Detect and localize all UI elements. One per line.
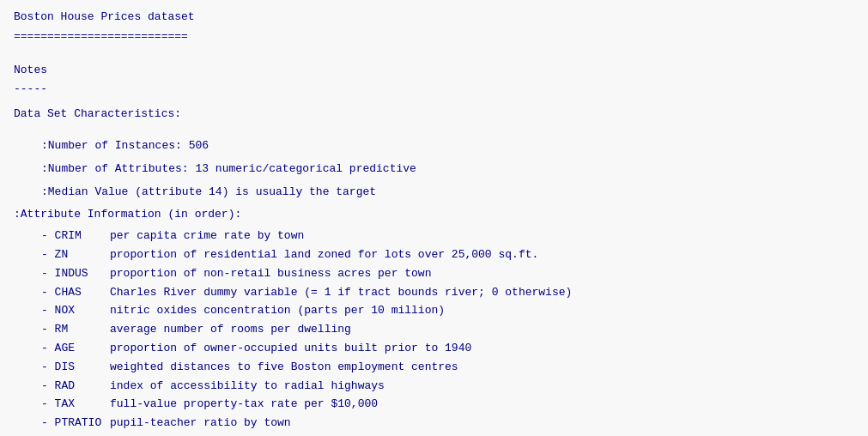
attribute-name: - DIS	[41, 359, 110, 377]
attribute-list: - CRIMper capita crime rate by town- ZNp…	[14, 227, 854, 436]
attribute-name: - RAD	[41, 378, 110, 396]
attribute-desc: full-value property-tax rate per $10,000	[110, 396, 378, 414]
attribute-desc: proportion of residential land zoned for…	[110, 246, 538, 264]
attribute-name: - RM	[41, 321, 110, 339]
dataset-characteristics: Data Set Characteristics:	[14, 106, 854, 124]
dataset-title: Boston House Prices dataset	[14, 9, 854, 27]
attribute-desc: proportion of owner-occupied units built…	[110, 340, 471, 358]
num-attributes: :Number of Attributes: 13 numeric/catego…	[14, 160, 854, 179]
attribute-name: - NOX	[41, 302, 110, 320]
attribute-desc: Charles River dummy variable (= 1 if tra…	[110, 284, 572, 302]
attribute-desc: index of accessibility to radial highway…	[110, 378, 385, 396]
attribute-desc: weighted distances to five Boston employ…	[110, 359, 458, 377]
attribute-row: - INDUSproportion of non-retail business…	[14, 265, 854, 283]
num-instances: :Number of Instances: 506	[14, 137, 854, 155]
attribute-row: - NOXnitric oxides concentration (parts …	[14, 302, 854, 320]
attribute-name: - CRIM	[41, 227, 110, 245]
attribute-name: - INDUS	[41, 265, 110, 283]
attribute-row: - RMaverage number of rooms per dwelling	[14, 321, 854, 339]
attribute-name: - CHAS	[41, 284, 110, 302]
attribute-row: - PTRATIOpupil-teacher ratio by town	[14, 415, 854, 433]
attribute-row: - DISweighted distances to five Boston e…	[14, 359, 854, 377]
dashes: -----	[14, 81, 854, 99]
attribute-name: - PTRATIO	[41, 415, 110, 433]
attribute-name: - AGE	[41, 340, 110, 358]
attribute-desc: nitric oxides concentration (parts per 1…	[110, 302, 445, 320]
attribute-row: - TAXfull-value property-tax rate per $1…	[14, 396, 854, 414]
attribute-desc: proportion of non-retail business acres …	[110, 265, 431, 283]
attribute-row: - ZNproportion of residential land zoned…	[14, 246, 854, 264]
attribute-desc: pupil-teacher ratio by town	[110, 415, 291, 433]
attribute-row: - CRIMper capita crime rate by town	[14, 227, 854, 245]
attribute-name: - TAX	[41, 396, 110, 414]
notes-label: Notes	[14, 62, 854, 80]
attribute-name: - ZN	[41, 246, 110, 264]
main-content: Boston House Prices dataset ============…	[14, 9, 854, 436]
title-underline: ==========================	[14, 28, 854, 46]
attribute-desc: per capita crime rate by town	[110, 227, 304, 245]
attr-info-label: :Attribute Information (in order):	[14, 206, 854, 224]
median-value: :Median Value (attribute 14) is usually …	[14, 184, 854, 202]
attribute-row: - CHASCharles River dummy variable (= 1 …	[14, 284, 854, 302]
attribute-row: - AGEproportion of owner-occupied units …	[14, 340, 854, 358]
attribute-desc: average number of rooms per dwelling	[110, 321, 351, 339]
attribute-row: - RADindex of accessibility to radial hi…	[14, 378, 854, 396]
